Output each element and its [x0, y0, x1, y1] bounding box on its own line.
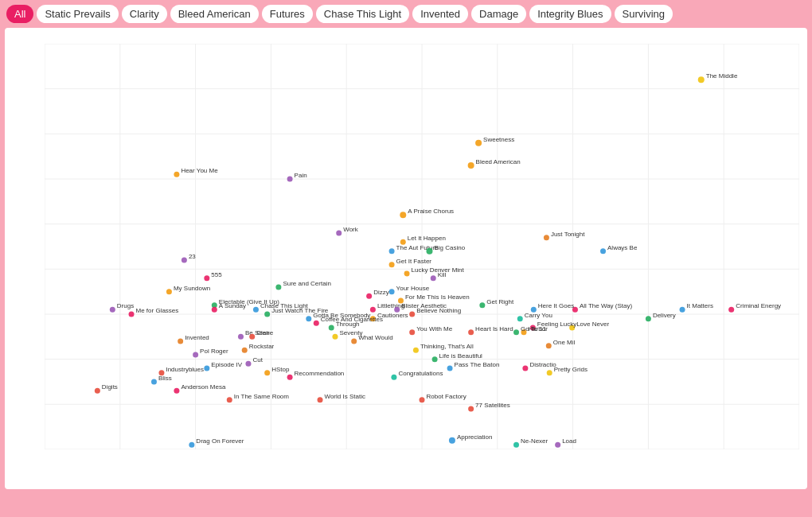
svg-text:Claire: Claire: [256, 329, 273, 336]
svg-point-120: [329, 325, 334, 331]
svg-point-92: [370, 307, 376, 313]
svg-point-158: [547, 370, 552, 375]
svg-point-64: [600, 248, 606, 254]
tab-clarity[interactable]: Clarity: [122, 5, 167, 23]
svg-point-56: [400, 239, 406, 245]
svg-text:My Sundown: My Sundown: [174, 285, 210, 292]
svg-text:Gotta Be Somebody: Gotta Be Somebody: [313, 312, 370, 319]
svg-point-50: [287, 177, 293, 182]
svg-point-58: [389, 248, 395, 254]
svg-text:Bleed American: Bleed American: [476, 158, 521, 165]
svg-text:Pretty Grids: Pretty Grids: [554, 366, 588, 373]
svg-point-112: [569, 325, 575, 331]
svg-text:Your House: Your House: [396, 285, 430, 292]
svg-text:Carry You: Carry You: [525, 312, 552, 319]
svg-point-106: [728, 307, 734, 313]
svg-point-152: [432, 356, 438, 362]
svg-point-82: [212, 302, 217, 308]
svg-point-142: [227, 397, 232, 402]
svg-text:Blister Aesthetic: Blister Aesthetic: [401, 302, 447, 309]
svg-text:Distractio: Distractio: [529, 361, 556, 368]
svg-point-78: [398, 298, 404, 304]
svg-text:It Matters: It Matters: [687, 302, 713, 309]
svg-point-46: [468, 162, 474, 169]
svg-point-156: [522, 366, 528, 371]
tab-bleed-american[interactable]: Bleed American: [170, 5, 259, 23]
tab-futures[interactable]: Futures: [262, 5, 313, 23]
svg-point-52: [400, 212, 406, 218]
svg-text:Get It Faster: Get It Faster: [396, 258, 432, 265]
svg-point-62: [544, 235, 549, 240]
svg-text:Heart Is Hard: Heart Is Hard: [475, 325, 513, 332]
svg-text:The Middle: The Middle: [706, 72, 738, 80]
svg-text:Anderson Mesa: Anderson Mesa: [181, 383, 226, 391]
svg-point-166: [513, 442, 519, 448]
svg-point-134: [204, 366, 209, 371]
svg-point-182: [332, 334, 338, 340]
svg-point-90: [370, 316, 376, 321]
tab-chase-this-light[interactable]: Chase This Light: [316, 5, 409, 23]
svg-point-86: [275, 285, 281, 290]
svg-point-88: [366, 293, 372, 299]
svg-text:Pol Roger: Pol Roger: [200, 348, 228, 355]
scatter-chart: 010203040506070809000.10.20.30.40.50.60.…: [5, 28, 807, 489]
svg-point-122: [178, 339, 183, 344]
svg-point-160: [546, 343, 552, 348]
svg-point-102: [531, 307, 537, 313]
svg-point-144: [318, 397, 323, 402]
svg-point-170: [264, 312, 270, 317]
svg-point-96: [409, 312, 415, 317]
svg-text:Cut: Cut: [252, 356, 263, 363]
svg-point-44: [475, 140, 482, 146]
svg-text:You With Me: You With Me: [416, 325, 453, 332]
svg-point-80: [166, 289, 172, 294]
svg-point-42: [698, 76, 705, 83]
svg-text:Pass The Baton: Pass The Baton: [455, 361, 500, 368]
svg-text:Believe Nothing: Believe Nothing: [416, 307, 461, 314]
svg-text:Be Seen: Be Seen: [245, 329, 270, 336]
tab-static-prevails[interactable]: Static Prevails: [37, 5, 118, 23]
svg-text:Get Right: Get Right: [486, 298, 514, 305]
svg-text:Criminal Energy: Criminal Energy: [736, 302, 781, 309]
svg-point-162: [391, 375, 396, 380]
svg-text:Drugs: Drugs: [117, 302, 134, 309]
svg-text:Invented: Invented: [185, 334, 209, 341]
svg-point-168: [189, 442, 194, 448]
tab-damage[interactable]: Damage: [471, 5, 526, 23]
svg-text:Hear You Me: Hear You Me: [181, 167, 218, 174]
tab-invented[interactable]: Invented: [412, 5, 468, 23]
svg-point-72: [182, 258, 187, 263]
svg-text:Sweetness: Sweetness: [483, 136, 514, 143]
tab-surviving[interactable]: Surviving: [615, 5, 673, 23]
svg-point-60: [426, 248, 432, 255]
svg-text:Dizzy: Dizzy: [373, 289, 389, 296]
svg-text:Drag On Forever: Drag On Forever: [196, 437, 244, 445]
tab-all[interactable]: All: [6, 5, 33, 23]
svg-text:Just Watch The Fire: Just Watch The Fire: [271, 307, 329, 314]
svg-text:For Me This Is Heaven: For Me This Is Heaven: [405, 293, 470, 301]
svg-text:555: 555: [211, 271, 222, 278]
svg-text:Congratulations: Congratulations: [398, 370, 443, 377]
svg-point-140: [95, 388, 100, 394]
svg-point-114: [530, 325, 536, 331]
svg-text:Load: Load: [562, 437, 576, 445]
svg-point-48: [174, 172, 179, 177]
svg-text:Industryblues: Industryblues: [166, 366, 204, 373]
svg-point-70: [431, 275, 436, 281]
svg-point-188: [513, 329, 519, 335]
svg-point-68: [404, 271, 410, 277]
svg-point-94: [394, 307, 400, 313]
svg-point-196: [555, 442, 560, 448]
svg-point-118: [314, 321, 319, 326]
svg-text:Me for Glasses: Me for Glasses: [136, 307, 179, 314]
svg-point-164: [449, 437, 455, 444]
svg-point-176: [129, 312, 135, 317]
svg-text:Thinking, That's All: Thinking, That's All: [420, 343, 474, 350]
tab-integrity-blues[interactable]: Integrity Blues: [529, 5, 611, 23]
svg-text:What Would: What Would: [358, 334, 392, 341]
svg-text:Chase This Light: Chase This Light: [260, 302, 309, 309]
svg-point-132: [193, 352, 198, 358]
svg-text:Let It Happen: Let It Happen: [408, 235, 446, 242]
svg-text:Rockstar: Rockstar: [249, 343, 275, 350]
svg-text:World Is Static: World Is Static: [325, 393, 365, 400]
